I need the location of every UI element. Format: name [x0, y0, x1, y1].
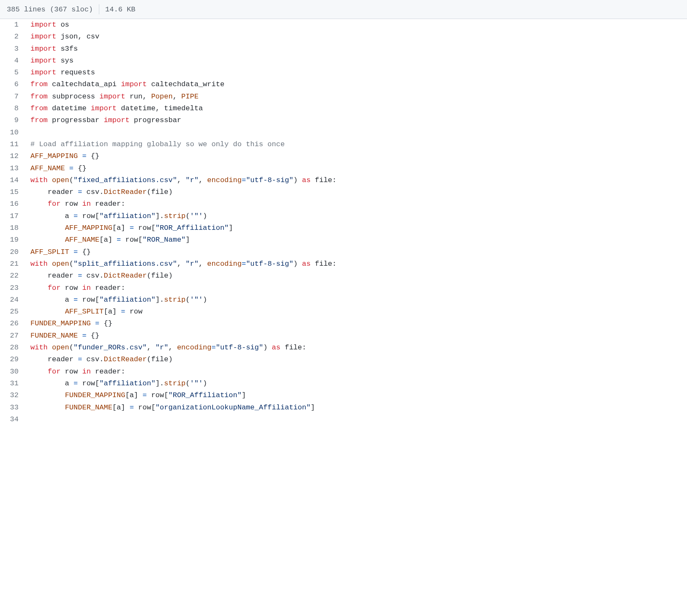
code-line: 23 for row in reader: — [0, 282, 687, 294]
code-content[interactable]: with open("funder_RORs.csv", "r", encodi… — [26, 342, 306, 354]
code-content[interactable]: AFF_MAPPING = {} — [26, 150, 99, 162]
line-number[interactable]: 2 — [0, 31, 26, 43]
code-listing[interactable]: 1import os2import json, csv3import s3fs4… — [0, 19, 687, 425]
code-content[interactable] — [26, 414, 35, 425]
line-number[interactable]: 30 — [0, 366, 26, 378]
code-line: 34 — [0, 414, 687, 425]
code-content[interactable]: AFF_NAME = {} — [26, 163, 87, 174]
code-line: 12AFF_MAPPING = {} — [0, 150, 687, 162]
code-content[interactable]: from progressbar import progressbar — [26, 114, 181, 126]
code-content[interactable]: FUNDER_MAPPING = {} — [26, 318, 112, 330]
line-number[interactable]: 32 — [0, 390, 26, 401]
code-line: 26FUNDER_MAPPING = {} — [0, 318, 687, 330]
line-number[interactable]: 18 — [0, 222, 26, 234]
file-size-text: 14.6 KB — [105, 5, 135, 14]
code-content[interactable]: AFF_SPLIT = {} — [26, 246, 91, 258]
code-content[interactable]: AFF_NAME[a] = row["ROR_Name"] — [26, 234, 190, 246]
code-content[interactable]: reader = csv.DictReader(file) — [26, 186, 173, 198]
code-content[interactable]: AFF_SPLIT[a] = row — [26, 306, 142, 318]
file-info-header: 385 lines (367 sloc) 14.6 KB — [0, 0, 687, 19]
code-content[interactable]: for row in reader: — [26, 282, 125, 294]
line-number[interactable]: 22 — [0, 270, 26, 282]
header-divider — [99, 4, 99, 14]
line-number[interactable]: 28 — [0, 342, 26, 354]
line-number[interactable]: 10 — [0, 127, 26, 139]
code-content[interactable]: a = row["affiliation"].strip('"') — [26, 294, 207, 306]
code-line: 14with open("fixed_affiliations.csv", "r… — [0, 174, 687, 186]
code-content[interactable]: import sys — [26, 55, 74, 67]
code-content[interactable]: reader = csv.DictReader(file) — [26, 354, 173, 365]
code-line: 11# Load affiliation mapping globally so… — [0, 139, 687, 150]
line-number[interactable]: 13 — [0, 163, 26, 174]
line-number[interactable]: 8 — [0, 103, 26, 114]
code-line: 2import json, csv — [0, 31, 687, 43]
line-number[interactable]: 23 — [0, 282, 26, 294]
line-number[interactable]: 15 — [0, 186, 26, 198]
line-number[interactable]: 24 — [0, 294, 26, 306]
code-line: 13AFF_NAME = {} — [0, 163, 687, 174]
code-line: 1import os — [0, 19, 687, 31]
code-content[interactable]: from datetime import datetime, timedelta — [26, 103, 203, 114]
code-content[interactable]: with open("fixed_affiliations.csv", "r",… — [26, 174, 336, 186]
line-number[interactable]: 11 — [0, 139, 26, 150]
code-content[interactable]: FUNDER_MAPPING[a] = row["ROR_Affiliation… — [26, 390, 246, 401]
code-content[interactable]: from subprocess import run, Popen, PIPE — [26, 91, 199, 103]
code-content[interactable]: a = row["affiliation"].strip('"') — [26, 210, 207, 222]
code-content[interactable]: for row in reader: — [26, 198, 125, 210]
code-content[interactable]: # Load affiliation mapping globally so w… — [26, 139, 285, 150]
line-number[interactable]: 9 — [0, 114, 26, 126]
code-line: 4import sys — [0, 55, 687, 67]
code-line: 19 AFF_NAME[a] = row["ROR_Name"] — [0, 234, 687, 246]
code-line: 31 a = row["affiliation"].strip('"') — [0, 378, 687, 390]
line-number[interactable]: 27 — [0, 330, 26, 342]
line-number[interactable]: 1 — [0, 19, 26, 31]
code-content[interactable]: a = row["affiliation"].strip('"') — [26, 378, 207, 390]
code-line: 7from subprocess import run, Popen, PIPE — [0, 91, 687, 103]
line-number[interactable]: 12 — [0, 150, 26, 162]
line-number[interactable]: 31 — [0, 378, 26, 390]
code-content[interactable]: AFF_MAPPING[a] = row["ROR_Affiliation"] — [26, 222, 233, 234]
line-number[interactable]: 25 — [0, 306, 26, 318]
code-line: 3import s3fs — [0, 43, 687, 55]
line-number[interactable]: 29 — [0, 354, 26, 365]
code-content[interactable]: import json, csv — [26, 31, 99, 43]
code-line: 20AFF_SPLIT = {} — [0, 246, 687, 258]
line-number[interactable]: 21 — [0, 258, 26, 270]
line-number[interactable]: 4 — [0, 55, 26, 67]
code-line: 21with open("split_affiliations.csv", "r… — [0, 258, 687, 270]
code-content[interactable]: from caltechdata_api import caltechdata_… — [26, 79, 224, 90]
line-number[interactable]: 34 — [0, 414, 26, 425]
line-number[interactable]: 3 — [0, 43, 26, 55]
code-line: 27FUNDER_NAME = {} — [0, 330, 687, 342]
code-line: 8from datetime import datetime, timedelt… — [0, 103, 687, 114]
code-line: 5import requests — [0, 67, 687, 79]
line-number[interactable]: 6 — [0, 79, 26, 90]
line-number[interactable]: 16 — [0, 198, 26, 210]
code-content[interactable]: FUNDER_NAME = {} — [26, 330, 99, 342]
code-line: 32 FUNDER_MAPPING[a] = row["ROR_Affiliat… — [0, 390, 687, 401]
code-content[interactable]: import s3fs — [26, 43, 78, 55]
code-line: 24 a = row["affiliation"].strip('"') — [0, 294, 687, 306]
code-line: 16 for row in reader: — [0, 198, 687, 210]
code-content[interactable]: import os — [26, 19, 69, 31]
code-content[interactable] — [26, 127, 35, 139]
line-number[interactable]: 17 — [0, 210, 26, 222]
line-number[interactable]: 20 — [0, 246, 26, 258]
code-content[interactable]: for row in reader: — [26, 366, 125, 378]
code-line: 29 reader = csv.DictReader(file) — [0, 354, 687, 365]
code-content[interactable]: FUNDER_NAME[a] = row["organizationLookup… — [26, 402, 315, 414]
code-content[interactable]: reader = csv.DictReader(file) — [26, 270, 173, 282]
line-number[interactable]: 14 — [0, 174, 26, 186]
line-count-text: 385 lines (367 sloc) — [7, 5, 93, 14]
line-number[interactable]: 5 — [0, 67, 26, 79]
line-number[interactable]: 33 — [0, 402, 26, 414]
code-content[interactable]: with open("split_affiliations.csv", "r",… — [26, 258, 336, 270]
code-line: 9from progressbar import progressbar — [0, 114, 687, 126]
line-number[interactable]: 26 — [0, 318, 26, 330]
line-number[interactable]: 7 — [0, 91, 26, 103]
code-line: 25 AFF_SPLIT[a] = row — [0, 306, 687, 318]
code-line: 15 reader = csv.DictReader(file) — [0, 186, 687, 198]
line-number[interactable]: 19 — [0, 234, 26, 246]
code-content[interactable]: import requests — [26, 67, 95, 79]
code-line: 10 — [0, 127, 687, 139]
